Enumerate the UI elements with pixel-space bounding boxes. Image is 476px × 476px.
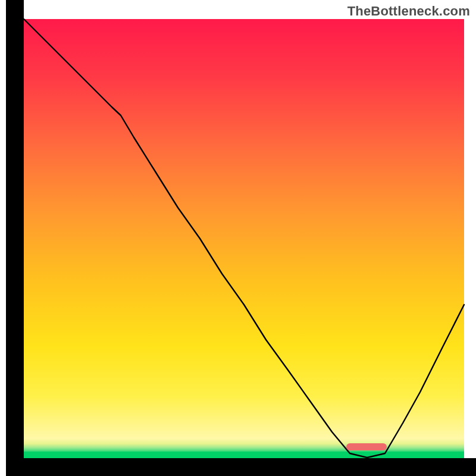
heatmap-green-band (24, 452, 464, 458)
heatmap-background (24, 19, 464, 439)
chart-svg (0, 0, 476, 476)
x-axis (6, 458, 476, 476)
bottleneck-chart: TheBottleneck.com (0, 0, 476, 476)
heatmap-transition-strip (24, 439, 464, 452)
optimal-marker (346, 443, 387, 450)
y-axis (6, 0, 24, 476)
watermark-text: TheBottleneck.com (347, 4, 470, 19)
